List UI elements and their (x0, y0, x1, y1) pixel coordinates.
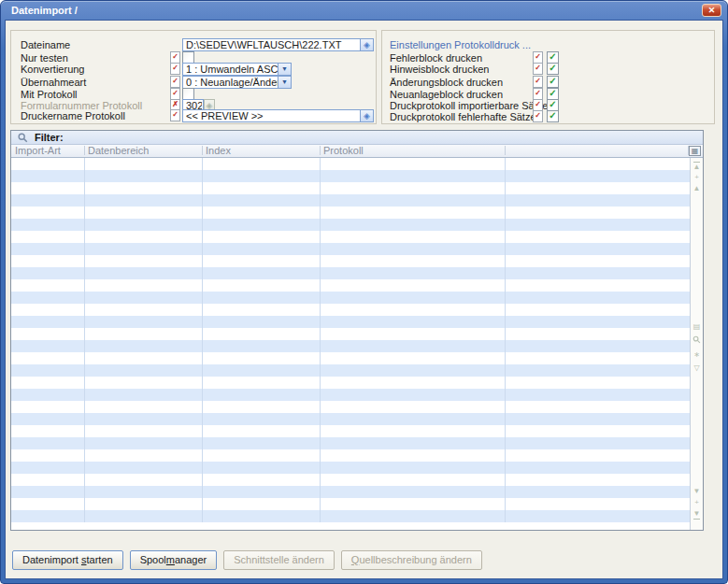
filter-label: Filter: (35, 132, 64, 143)
druckprotokoll-fehlerhaft-checkbox[interactable]: ✓ (547, 110, 559, 122)
hinweisblock-edit-icon[interactable]: ✓ (533, 63, 543, 75)
page-down-icon: + (694, 498, 699, 506)
column-chooser-button[interactable]: ▦ (689, 146, 701, 156)
filter-bar: Filter: (11, 131, 703, 145)
edit-check-icon: ✓ (534, 77, 542, 86)
checkbox-check-icon: ✓ (548, 100, 558, 109)
close-button[interactable]: ✕ (702, 4, 721, 17)
quellbeschreibung-aendern-button[interactable]: Quellbeschreibung ändern (341, 550, 482, 570)
grid-columns-button[interactable]: ▤ (691, 322, 703, 332)
form-row-druckprotokoll-fehlerhaft: Druckprotokoll fehlerhafte Sätze ✓ ✓ (382, 110, 714, 123)
scroll-bottom-button[interactable]: ▼ (691, 509, 703, 520)
button-label: Spool (140, 554, 166, 565)
column-header-datenbereich[interactable]: Datenbereich (88, 146, 149, 156)
aenderungsblock-label: Änderungsblock drucken (390, 77, 503, 88)
spoolmanager-button[interactable]: Spoolmanager (130, 550, 218, 570)
konvertierung-dropdown-button[interactable]: ▼ (278, 64, 291, 75)
column-gridline (202, 158, 203, 522)
uebernahmeart-edit-icon[interactable]: ✓ (170, 76, 180, 88)
konvertierung-select[interactable]: 1 : Umwandeln ASCII/ANSI ▼ (182, 63, 292, 76)
uebernahmeart-dropdown-button[interactable]: ▼ (278, 77, 291, 88)
scroll-top-button[interactable]: ▲ (691, 162, 703, 172)
button-label: Datenimport (22, 554, 81, 565)
form-row-dateiname: Dateiname D:\SEDEV\WFLTAUSCH\222.TXT ◈ (11, 38, 376, 51)
button-bar: Datenimport starten Spoolmanager Schnitt… (12, 550, 482, 570)
aenderungsblock-checkbox[interactable]: ✓ (547, 76, 559, 88)
protocol-print-group: Einstellungen Protokolldruck ... Fehlerb… (381, 30, 715, 124)
scroll-up-button[interactable]: ▲ (691, 184, 703, 193)
edit-check-icon: ✓ (171, 110, 179, 120)
edit-check-icon: ✓ (171, 64, 179, 73)
datenimport-starten-button[interactable]: Datenimport starten (12, 550, 123, 570)
picker-diamond-icon: ◈ (361, 110, 373, 121)
dateiname-picker-button[interactable]: ◈ (360, 39, 373, 50)
window-title: Datenimport / (11, 5, 78, 16)
page-down-button[interactable]: + (691, 498, 703, 507)
form-row-aenderungsblock: Änderungsblock drucken ✓ ✓ (382, 76, 714, 89)
grid-aggregate-button[interactable]: ∗ (691, 350, 703, 360)
grid-filter-icon: ▽ (693, 363, 699, 372)
page-up-button[interactable]: + (691, 173, 703, 182)
dialog-window: Datenimport / ✕ Dateiname D:\SEDEV\WFLTA… (0, 0, 728, 584)
button-label: tarten (86, 554, 112, 565)
table-header: Import-Art Datenbereich Index Protokoll … (11, 145, 703, 158)
form-row-hinweisblock: Hinweisblock drucken ✓ ✓ (382, 63, 714, 76)
druckername-input[interactable]: << PREVIEW >> ◈ (182, 109, 374, 122)
konvertierung-label: Konvertierung (21, 64, 85, 75)
uebernahmeart-select[interactable]: 0 : Neuanlage/Änderung ▼ (182, 76, 292, 89)
column-header-index[interactable]: Index (206, 146, 231, 156)
filter-search-icon (18, 133, 28, 143)
grid-aggregate-icon: ∗ (693, 350, 700, 359)
form-row-druckername: Druckername Protokoll ✓ << PREVIEW >> ◈ (11, 109, 376, 122)
schnittstelle-aendern-button[interactable]: Schnittstelle ändern (223, 550, 335, 570)
grid-search-button[interactable] (691, 335, 703, 347)
scroll-top-icon: ▲ (693, 162, 701, 172)
column-header-protokoll[interactable]: Protokoll (323, 146, 364, 156)
column-divider (202, 146, 203, 155)
column-chooser-icon: ▦ (690, 147, 700, 155)
column-gridline (84, 158, 85, 522)
scroll-down-button[interactable]: ▼ (691, 487, 703, 496)
scroll-bottom-icon: ▼ (693, 509, 701, 520)
dateiname-input[interactable]: D:\SEDEV\WFLTAUSCH\222.TXT ◈ (182, 38, 374, 51)
checkbox-check-icon: ✓ (548, 89, 558, 98)
title-bar[interactable]: Datenimport / ✕ (1, 1, 727, 20)
edit-check-icon: ✓ (534, 89, 542, 98)
form-row-konvertierung: Konvertierung ✓ 1 : Umwandeln ASCII/ANSI… (11, 63, 376, 76)
button-accesskey: m (166, 554, 175, 565)
edit-cross-icon: ✗ (171, 100, 179, 109)
edit-check-icon: ✓ (534, 100, 542, 109)
edit-check-icon: ✓ (534, 111, 542, 121)
filter-panel: Filter: Import-Art Datenbereich Index Pr… (10, 130, 704, 531)
grid-search-icon (692, 335, 701, 344)
konvertierung-edit-icon[interactable]: ✓ (170, 63, 180, 75)
grid-nav-strip: ▲ + ▲ ▤ ∗ ▽ ▼ + ▼ (690, 158, 703, 530)
hinweisblock-label: Hinweisblock drucken (390, 64, 489, 75)
scroll-down-icon: ▼ (693, 487, 701, 495)
column-gridline (320, 158, 321, 522)
hinweisblock-checkbox[interactable]: ✓ (547, 63, 559, 75)
uebernahmeart-value: 0 : Neuanlage/Änderung (186, 78, 278, 88)
table-body[interactable] (11, 158, 690, 530)
picker-diamond-icon: ◈ (361, 39, 373, 50)
close-icon: ✕ (703, 5, 721, 16)
druckprotokoll-fehlerhaft-edit-icon[interactable]: ✓ (533, 110, 543, 122)
dateiname-value: D:\SEDEV\WFLTAUSCH\222.TXT (186, 40, 360, 50)
checkbox-check-icon: ✓ (548, 64, 558, 73)
aenderungsblock-edit-icon[interactable]: ✓ (533, 76, 543, 88)
column-divider (505, 146, 506, 155)
konvertierung-value: 1 : Umwandeln ASCII/ANSI (186, 64, 278, 75)
button-label: Schnittstelle ändern (234, 554, 324, 565)
druckername-value: << PREVIEW >> (186, 111, 360, 121)
druckername-edit-icon[interactable]: ✓ (170, 109, 180, 121)
druckername-picker-button[interactable]: ◈ (360, 110, 373, 121)
edit-check-icon: ✓ (171, 52, 179, 62)
edit-check-icon: ✓ (171, 77, 179, 86)
column-header-import-art[interactable]: Import-Art (15, 146, 61, 156)
grid-filter-button[interactable]: ▽ (691, 363, 703, 373)
import-settings-group: Dateiname D:\SEDEV\WFLTAUSCH\222.TXT ◈ N… (10, 30, 377, 124)
edit-check-icon: ✓ (534, 64, 542, 73)
protokolldruck-settings-link[interactable]: Einstellungen Protokolldruck ... (390, 39, 531, 50)
page-up-icon: + (694, 173, 699, 181)
column-divider (84, 146, 85, 155)
